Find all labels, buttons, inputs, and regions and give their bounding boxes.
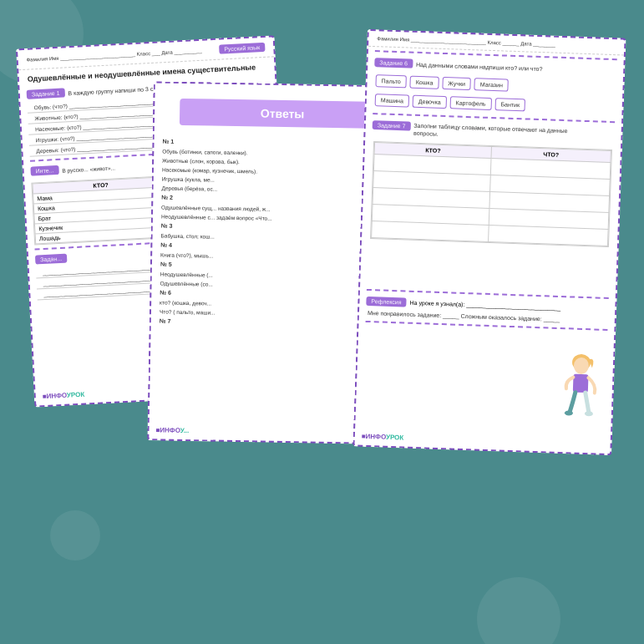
page1-footer: ■ИНФОУРОК [43, 391, 85, 401]
word-koshka: Кошка [410, 76, 439, 89]
task6-badge: Задание 6 [374, 58, 413, 68]
lang-badge: Русский язык [219, 43, 266, 54]
word-mashina: Машина [375, 94, 410, 107]
page2-footer: ■ИНФОУ... [155, 426, 189, 434]
word-bantik: Бантик [494, 98, 525, 111]
task7-table: КТО? ЧТО? [370, 141, 612, 247]
footer-logo-2: ■ИНФОУ... [155, 426, 189, 434]
page3-footer: ■ИНФОУРОК [362, 433, 404, 442]
task7-text: Запопни таблицу словами, которые отвечаю… [413, 122, 581, 143]
task2-badge: Инте... [30, 165, 58, 176]
word-kartofelj: Картофель [449, 96, 491, 110]
word-magazin: Магазин [474, 78, 510, 91]
reflection-badge: Рефлексия [366, 297, 407, 307]
footer-logo-3: ■ИНФОУРОК [362, 433, 404, 442]
task2-text: В русско... «живот»... [62, 165, 115, 173]
task6-text: Над данными словами надпиши кто? или что… [416, 62, 543, 72]
task7-badge: Задание 7 [373, 120, 411, 131]
answers-title: Ответы [180, 99, 386, 129]
page3-header-text: Фамилия Имя ___________________________ … [377, 36, 555, 47]
word-palto: Пальто [375, 74, 407, 88]
girl-illustration [556, 352, 605, 428]
page1-header-text: Фамилия Имя ___________________________ … [26, 48, 201, 62]
page-3: Фамилия Имя ___________________________ … [352, 29, 626, 456]
reflection-text1: На уроке я узнал(а): ___________________… [406, 300, 560, 311]
task1-badge: Задание 1 [27, 88, 65, 99]
task3-badge: Задан... [35, 254, 67, 265]
svg-rect-2 [573, 374, 589, 393]
svg-point-4 [585, 411, 593, 416]
word-devochka: Девочка [413, 95, 447, 109]
footer-logo: ■ИНФОУРОК [43, 391, 85, 401]
word-zhuchki: Жучки [442, 77, 471, 90]
